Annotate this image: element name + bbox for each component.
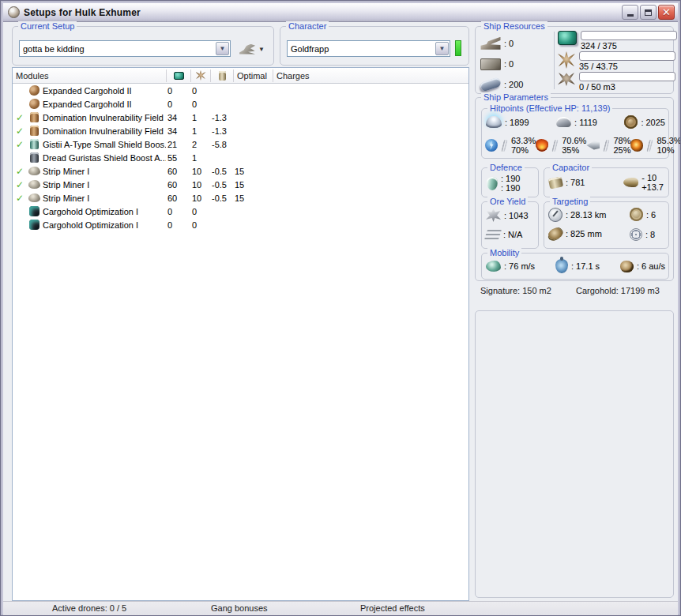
charges-column-header: Charges bbox=[273, 69, 468, 82]
module-pg: 10 bbox=[190, 167, 210, 176]
module-pg: 0 bbox=[190, 100, 210, 109]
module-name: Expanded Cargohold II bbox=[41, 100, 166, 109]
signature-value: Signature: 150 m2 bbox=[480, 286, 551, 295]
module-cap: -5.8 bbox=[210, 140, 233, 149]
minimize-button[interactable] bbox=[622, 5, 638, 20]
gang-bonuses-toggle[interactable]: Gang bonuses bbox=[211, 603, 268, 613]
calibration-value: : 200 bbox=[504, 80, 523, 89]
module-name: Domination Invulnerability Field bbox=[41, 126, 166, 136]
module-row[interactable]: ✓ Strip Miner I 60 10 -0.5 15 bbox=[13, 178, 468, 191]
module-active-check-icon: ✓ bbox=[13, 166, 27, 177]
module-row[interactable]: ✓ Domination Invulnerability Field 34 1 … bbox=[13, 111, 468, 124]
module-cpu: 34 bbox=[166, 126, 190, 136]
module-pg: 1 bbox=[190, 126, 210, 136]
module-name: Domination Invulnerability Field bbox=[41, 113, 166, 122]
module-row[interactable]: ✓ Cargohold Optimization I 0 0 bbox=[13, 218, 468, 231]
modules-list: ✓ Expanded Cargohold II 0 0 ✓ Expanded C… bbox=[13, 84, 468, 231]
ore-cycle-icon bbox=[484, 230, 502, 239]
module-cpu: 0 bbox=[166, 220, 190, 230]
powergrid-column-icon bbox=[190, 69, 210, 82]
mobility-label: Mobility bbox=[487, 248, 521, 257]
module-cpu: 0 bbox=[166, 207, 190, 216]
module-row[interactable]: ✓ Expanded Cargohold II 0 0 bbox=[13, 84, 468, 97]
mobility-group: Mobility : 76 m/s : 17.1 s : 6 au/s bbox=[481, 253, 669, 280]
module-row[interactable]: ✓ Strip Miner I 60 10 -0.5 15 bbox=[13, 191, 468, 205]
module-active-check-icon: ✓ bbox=[13, 139, 27, 150]
module-active-check-icon: ✓ bbox=[13, 179, 27, 190]
module-active-check-icon: ✓ bbox=[13, 126, 27, 137]
targeting-range-icon bbox=[548, 208, 562, 222]
module-cpu: 60 bbox=[166, 180, 190, 190]
module-icon bbox=[29, 220, 40, 230]
defence-value-1: : 190 bbox=[501, 174, 520, 183]
optimal-column-header: Optimal bbox=[233, 69, 273, 82]
explosive-resist: 85.3%10% bbox=[630, 136, 681, 155]
warp-speed-icon bbox=[620, 261, 634, 272]
title-bar[interactable]: Setups for Hulk Exhumer ✕ bbox=[3, 3, 678, 22]
ship-parameters-group: Ship Parameters Hitpoints (Effective HP:… bbox=[475, 97, 674, 281]
modules-header-name: Modules bbox=[13, 71, 166, 81]
hitpoints-label: Hitpoints (Effective HP: 11,139) bbox=[487, 103, 612, 113]
module-pg: 10 bbox=[190, 193, 210, 203]
armor-hp-icon bbox=[556, 117, 571, 127]
close-button[interactable]: ✕ bbox=[658, 5, 675, 20]
cpu-icon bbox=[558, 31, 577, 45]
resources-divider bbox=[554, 32, 555, 89]
module-row[interactable]: ✓ Expanded Cargohold II 0 0 bbox=[13, 97, 468, 111]
ship-browser-button[interactable]: ▼ bbox=[235, 39, 269, 58]
kinetic-resist-shield: 78% bbox=[613, 136, 630, 145]
module-row[interactable]: ✓ Strip Miner I 60 10 -0.5 15 bbox=[13, 164, 468, 178]
calibration-icon bbox=[480, 77, 502, 92]
powergrid-bar bbox=[579, 51, 675, 61]
module-row[interactable]: ✓ Gistii A-Type Small Shield Boos... 21 … bbox=[13, 137, 468, 151]
character-dropdown-icon[interactable]: ▼ bbox=[435, 42, 449, 55]
modules-panel: Modules Optimal Charges ✓ Expanded Cargo… bbox=[12, 67, 469, 601]
capacitor-recharge-icon bbox=[623, 178, 638, 187]
module-cap: -1.3 bbox=[210, 113, 233, 122]
status-bar: Active drones: 0 / 5 Gang bonuses Projec… bbox=[3, 601, 678, 615]
projected-effects-toggle[interactable]: Projected effects bbox=[360, 603, 425, 613]
thermal-resist-armor: 35% bbox=[562, 145, 579, 155]
character-combobox[interactable]: Goldfrapp ▼ bbox=[287, 40, 450, 57]
active-drones-toggle[interactable]: Active drones: 0 / 5 bbox=[52, 603, 126, 613]
cpu-usage-value: 324 / 375 bbox=[581, 41, 677, 51]
shield-hp-icon bbox=[486, 116, 502, 128]
ore-yield-label: Ore Yield bbox=[487, 197, 528, 206]
module-name: Strip Miner I bbox=[41, 193, 166, 203]
module-cpu: 55 bbox=[166, 153, 190, 163]
module-pg: 0 bbox=[190, 220, 210, 230]
module-row[interactable]: ✓ Domination Invulnerability Field 34 1 … bbox=[13, 124, 468, 137]
current-setup-combobox[interactable]: gotta be kidding ▼ bbox=[19, 40, 231, 57]
character-skill-indicator bbox=[455, 40, 461, 56]
turret-hardpoints-icon bbox=[480, 37, 501, 51]
thermal-resist-icon bbox=[536, 139, 548, 152]
current-setup-dropdown-icon[interactable]: ▼ bbox=[216, 42, 229, 55]
character-group: Character Goldfrapp ▼ bbox=[280, 26, 469, 66]
targeting-label: Targeting bbox=[550, 197, 590, 206]
module-cap: -1.3 bbox=[210, 126, 233, 136]
module-row[interactable]: ✓ Cargohold Optimization I 0 0 bbox=[13, 205, 468, 218]
launcher-hardpoints-icon bbox=[480, 58, 501, 70]
ore-yield-group: Ore Yield : 1043 : N/A bbox=[481, 201, 539, 249]
structure-hp-icon bbox=[624, 115, 638, 129]
modules-header: Modules Optimal Charges bbox=[13, 68, 468, 84]
defence-icon bbox=[487, 177, 498, 190]
module-cpu: 0 bbox=[166, 100, 190, 109]
module-pg: 1 bbox=[190, 113, 210, 122]
module-icon bbox=[29, 99, 40, 109]
maximize-button[interactable] bbox=[640, 5, 657, 20]
module-cap: -0.5 bbox=[210, 180, 233, 190]
module-row[interactable]: ✓ Dread Guristas Shield Boost A... 55 1 bbox=[13, 151, 468, 164]
cpu-bar bbox=[581, 31, 677, 40]
module-optimal: 15 bbox=[233, 180, 273, 190]
powergrid-usage-value: 35 / 43.75 bbox=[579, 62, 675, 71]
module-icon bbox=[29, 206, 40, 216]
scan-resolution-value: : 825 mm bbox=[566, 229, 602, 239]
thermal-resist: 70.6%35% bbox=[536, 136, 586, 155]
module-icon bbox=[30, 112, 39, 122]
max-targets-value: : 6 bbox=[646, 210, 656, 220]
module-cpu: 34 bbox=[166, 113, 190, 122]
capacitor-group: Capacitor : 781 - 10+13.7 bbox=[544, 167, 669, 197]
module-cpu: 0 bbox=[166, 86, 190, 96]
ship-browser-dropdown-icon: ▼ bbox=[258, 46, 265, 53]
